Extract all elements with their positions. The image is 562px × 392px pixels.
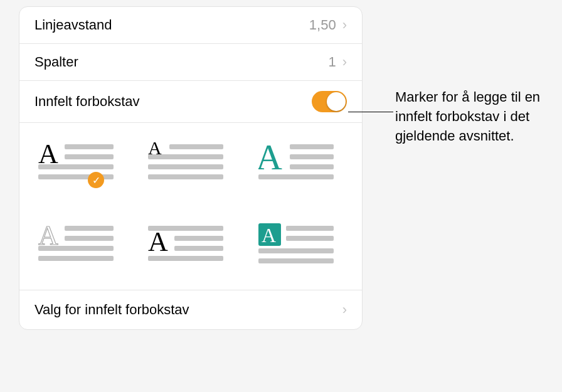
svg-rect-12 — [290, 154, 334, 159]
svg-rect-13 — [290, 164, 334, 169]
svg-rect-22 — [174, 236, 223, 241]
svg-rect-19 — [38, 256, 114, 261]
styles-grid: A ✓ A — [32, 139, 349, 283]
svg-rect-16 — [65, 226, 114, 231]
columns-value: 1 — [328, 54, 336, 70]
drop-cap-toggle[interactable] — [312, 91, 347, 112]
columns-row[interactable]: Spalter 1 › — [19, 44, 362, 81]
drop-cap-styles-section: A ✓ A — [19, 123, 362, 290]
chevron-right-icon: › — [342, 302, 347, 318]
svg-rect-23 — [174, 246, 223, 251]
svg-rect-21 — [148, 226, 223, 231]
svg-text:A: A — [148, 226, 168, 257]
svg-rect-11 — [290, 144, 334, 149]
columns-label: Spalter — [34, 54, 328, 70]
svg-rect-9 — [148, 174, 223, 179]
chevron-right-icon: › — [342, 54, 347, 70]
svg-rect-30 — [258, 258, 334, 263]
svg-rect-14 — [258, 174, 334, 179]
line-spacing-label: Linjeavstand — [34, 17, 309, 33]
svg-rect-8 — [148, 164, 223, 169]
drop-cap-row: Innfelt forbokstav — [19, 81, 362, 123]
drop-cap-style-3[interactable]: A — [258, 139, 334, 183]
line-spacing-value-group: 1,50 › — [309, 17, 347, 33]
svg-rect-7 — [148, 154, 223, 159]
columns-value-group: 1 › — [328, 54, 347, 70]
settings-panel: Linjeavstand 1,50 › Spalter 1 › Innfelt … — [19, 6, 363, 330]
chevron-right-icon: › — [342, 17, 347, 33]
drop-cap-style-2[interactable]: A — [148, 139, 223, 183]
svg-rect-18 — [38, 246, 114, 251]
svg-rect-24 — [148, 256, 223, 261]
drop-cap-style-6[interactable]: A — [258, 221, 334, 265]
drop-cap-style-5[interactable]: A — [148, 221, 223, 265]
drop-cap-options-row[interactable]: Valg for innfelt forbokstav › — [19, 290, 362, 329]
svg-rect-17 — [65, 236, 114, 241]
svg-rect-27 — [286, 226, 334, 231]
drop-cap-style-1[interactable]: A ✓ — [38, 139, 114, 183]
svg-rect-6 — [169, 144, 223, 149]
toggle-knob — [327, 92, 346, 111]
callout-text: Marker for å legge til en innfelt forbok… — [395, 88, 552, 146]
drop-cap-style-4[interactable]: A — [38, 221, 114, 265]
line-spacing-row[interactable]: Linjeavstand 1,50 › — [19, 7, 362, 44]
svg-rect-28 — [286, 236, 334, 241]
check-badge-icon: ✓ — [88, 172, 104, 188]
svg-text:A: A — [258, 139, 282, 177]
drop-cap-label: Innfelt forbokstav — [34, 93, 312, 110]
svg-rect-29 — [258, 248, 334, 253]
svg-rect-3 — [38, 164, 114, 169]
svg-text:A: A — [262, 224, 276, 246]
line-spacing-value: 1,50 — [309, 17, 336, 33]
callout-leader-line — [348, 112, 393, 112]
svg-rect-2 — [65, 154, 114, 159]
svg-rect-1 — [65, 144, 114, 149]
drop-cap-options-label: Valg for innfelt forbokstav — [34, 302, 189, 318]
